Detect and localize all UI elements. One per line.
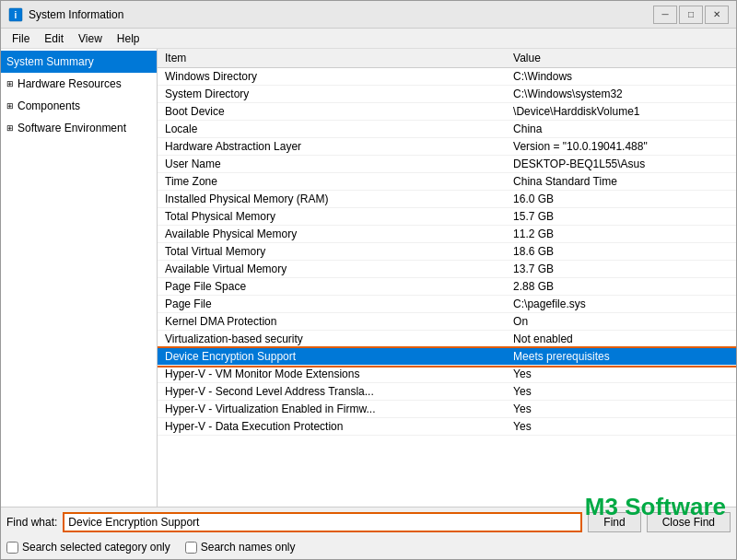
table-row[interactable]: User NameDESKTOP-BEQ1L55\Asus xyxy=(158,156,736,173)
table-cell-value: Version = "10.0.19041.488" xyxy=(506,138,736,156)
menu-file[interactable]: File xyxy=(5,30,37,47)
close-button[interactable]: ✕ xyxy=(705,6,729,24)
col-item: Item xyxy=(158,49,506,68)
table-cell-value: Meets prerequisites xyxy=(506,348,736,366)
search-selected-checkbox[interactable] xyxy=(6,542,18,554)
table-row[interactable]: Available Virtual Memory13.7 GB xyxy=(158,261,736,278)
minimize-button[interactable]: ─ xyxy=(653,6,677,24)
table-cell-value: 18.6 GB xyxy=(506,243,736,261)
table-cell-value: C:\Windows\system32 xyxy=(506,86,736,103)
sidebar-item-software-environment[interactable]: ⊞ Software Environment xyxy=(1,117,157,139)
table-cell-value: 2.88 GB xyxy=(506,278,736,296)
table-cell-value: Yes xyxy=(506,401,736,418)
app-icon: i xyxy=(8,7,23,22)
table-row[interactable]: Total Physical Memory15.7 GB xyxy=(158,208,736,226)
table-container[interactable]: Item Value Windows DirectoryC:\WindowsSy… xyxy=(158,49,736,507)
table-cell-value: Yes xyxy=(506,366,736,383)
content-area: Item Value Windows DirectoryC:\WindowsSy… xyxy=(158,49,736,507)
table-row[interactable]: Hyper-V - Second Level Address Transla..… xyxy=(158,383,736,401)
table-cell-item: Windows Directory xyxy=(158,68,506,86)
title-bar: i System Information ─ □ ✕ xyxy=(1,1,736,29)
search-names-checkbox[interactable] xyxy=(185,542,197,554)
table-cell-value: On xyxy=(506,313,736,331)
menu-bar: File Edit View Help xyxy=(1,29,736,49)
table-cell-item: Hyper-V - Second Level Address Transla..… xyxy=(158,383,506,401)
table-cell-item: System Directory xyxy=(158,86,506,103)
table-row[interactable]: Kernel DMA ProtectionOn xyxy=(158,313,736,331)
table-cell-value: C:\Windows xyxy=(506,68,736,86)
table-cell-item: Hardware Abstraction Layer xyxy=(158,138,506,156)
table-cell-item: Hyper-V - Virtualization Enabled in Firm… xyxy=(158,401,506,418)
table-row[interactable]: Hyper-V - Data Execution ProtectionYes xyxy=(158,418,736,436)
sidebar-label-hardware: Hardware Resources xyxy=(18,75,122,93)
table-cell-value: 15.7 GB xyxy=(506,208,736,226)
table-cell-value: 11.2 GB xyxy=(506,226,736,243)
table-cell-item: Installed Physical Memory (RAM) xyxy=(158,191,506,208)
menu-help[interactable]: Help xyxy=(110,30,147,47)
sidebar: System Summary ⊞ Hardware Resources ⊞ Co… xyxy=(1,49,158,507)
table-row[interactable]: Hyper-V - VM Monitor Mode ExtensionsYes xyxy=(158,366,736,383)
table-cell-item: Total Physical Memory xyxy=(158,208,506,226)
table-cell-item: Page File xyxy=(158,296,506,313)
main-area: System Summary ⊞ Hardware Resources ⊞ Co… xyxy=(1,49,736,507)
main-window: i System Information ─ □ ✕ File Edit Vie… xyxy=(0,0,737,560)
table-row[interactable]: Time ZoneChina Standard Time xyxy=(158,173,736,191)
col-value: Value xyxy=(506,49,736,68)
search-names-text: Search names only xyxy=(201,541,296,554)
table-row[interactable]: Total Virtual Memory18.6 GB xyxy=(158,243,736,261)
table-cell-item: Total Virtual Memory xyxy=(158,243,506,261)
search-names-label[interactable]: Search names only xyxy=(185,541,296,554)
window-controls: ─ □ ✕ xyxy=(653,6,729,24)
table-cell-item: Available Virtual Memory xyxy=(158,261,506,278)
table-row[interactable]: Page File Space2.88 GB xyxy=(158,278,736,296)
sidebar-item-system-summary[interactable]: System Summary xyxy=(1,51,157,73)
table-cell-item: Boot Device xyxy=(158,103,506,121)
menu-view[interactable]: View xyxy=(71,30,110,47)
table-cell-item: Locale xyxy=(158,121,506,138)
search-selected-label[interactable]: Search selected category only xyxy=(6,541,170,554)
menu-edit[interactable]: Edit xyxy=(37,30,71,47)
table-cell-item: Available Physical Memory xyxy=(158,226,506,243)
table-row[interactable]: Available Physical Memory11.2 GB xyxy=(158,226,736,243)
table-cell-item: Time Zone xyxy=(158,173,506,191)
table-cell-value: China xyxy=(506,121,736,138)
table-cell-value: DESKTOP-BEQ1L55\Asus xyxy=(506,156,736,173)
table-cell-value: 13.7 GB xyxy=(506,261,736,278)
sidebar-label-components: Components xyxy=(18,97,80,115)
sidebar-item-hardware-resources[interactable]: ⊞ Hardware Resources xyxy=(1,73,157,95)
bottom-bar: Find what: Find Close Find Search select… xyxy=(1,507,736,559)
table-row[interactable]: Hardware Abstraction LayerVersion = "10.… xyxy=(158,138,736,156)
expand-hardware-icon: ⊞ xyxy=(6,75,16,93)
find-row: Find what: Find Close Find xyxy=(1,508,736,537)
options-row: Search selected category only Search nam… xyxy=(1,537,736,559)
close-find-button[interactable]: Close Find xyxy=(647,512,731,532)
info-table: Item Value Windows DirectoryC:\WindowsSy… xyxy=(158,49,736,436)
find-input[interactable] xyxy=(63,512,582,532)
table-cell-item: User Name xyxy=(158,156,506,173)
maximize-button[interactable]: □ xyxy=(679,6,703,24)
table-row[interactable]: LocaleChina xyxy=(158,121,736,138)
search-selected-text: Search selected category only xyxy=(22,541,170,554)
sidebar-item-components[interactable]: ⊞ Components xyxy=(1,95,157,117)
table-row[interactable]: System DirectoryC:\Windows\system32 xyxy=(158,86,736,103)
table-row[interactable]: Hyper-V - Virtualization Enabled in Firm… xyxy=(158,401,736,418)
table-cell-item: Hyper-V - Data Execution Protection xyxy=(158,418,506,436)
table-row[interactable]: Page FileC:\pagefile.sys xyxy=(158,296,736,313)
table-row[interactable]: Windows DirectoryC:\Windows xyxy=(158,68,736,86)
table-row[interactable]: Device Encryption SupportMeets prerequis… xyxy=(158,348,736,366)
table-row[interactable]: Virtualization-based securityNot enabled xyxy=(158,331,736,348)
table-row[interactable]: Installed Physical Memory (RAM)16.0 GB xyxy=(158,191,736,208)
table-cell-item: Virtualization-based security xyxy=(158,331,506,348)
sidebar-label-software: Software Environment xyxy=(18,119,126,137)
table-row[interactable]: Boot Device\Device\HarddiskVolume1 xyxy=(158,103,736,121)
table-cell-value: Yes xyxy=(506,418,736,436)
table-cell-value: China Standard Time xyxy=(506,173,736,191)
find-button[interactable]: Find xyxy=(588,512,640,532)
table-cell-value: 16.0 GB xyxy=(506,191,736,208)
table-cell-item: Kernel DMA Protection xyxy=(158,313,506,331)
table-cell-value: \Device\HarddiskVolume1 xyxy=(506,103,736,121)
svg-text:i: i xyxy=(15,10,18,20)
expand-components-icon: ⊞ xyxy=(6,97,16,115)
table-cell-value: Not enabled xyxy=(506,331,736,348)
table-cell-value: C:\pagefile.sys xyxy=(506,296,736,313)
